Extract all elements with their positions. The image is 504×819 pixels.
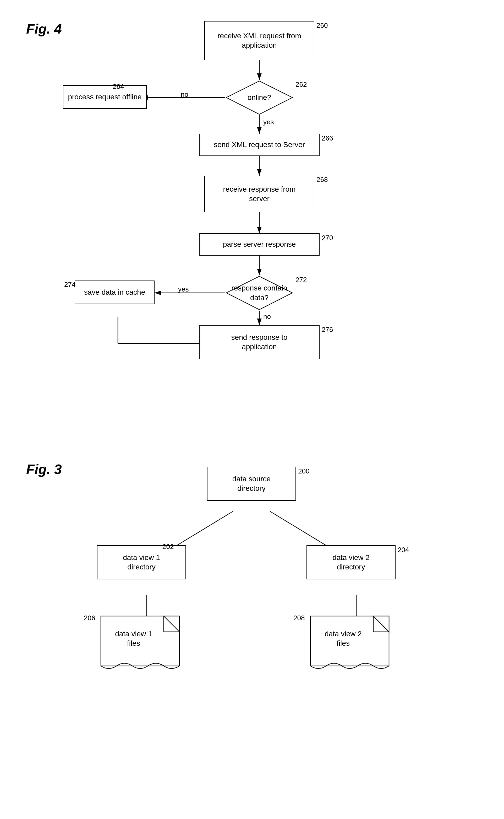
- ref-206: 206: [84, 614, 95, 622]
- no-label-1: no: [181, 90, 188, 98]
- data-view2-dir-box: data view 2 directory: [306, 545, 396, 579]
- ref-266: 266: [322, 134, 333, 142]
- fig4-label: Fig. 4: [26, 21, 62, 37]
- send-xml-box: send XML request to Server: [199, 134, 320, 156]
- data-view2-files-doc: data view 2 files: [305, 613, 399, 678]
- yes-label-2: yes: [178, 285, 189, 293]
- ref-200: 200: [298, 467, 309, 475]
- yes-label-1: yes: [263, 118, 274, 126]
- response-contain-diamond: response contain data?: [225, 275, 293, 311]
- ref-204: 204: [398, 546, 409, 554]
- data-source-dir-box: data source directory: [207, 467, 296, 501]
- ref-272: 272: [295, 276, 307, 284]
- figure-3: Fig. 3 data source directory 200 data: [16, 446, 487, 807]
- ref-262: 262: [295, 80, 307, 89]
- online-diamond: online?: [225, 80, 293, 115]
- ref-270: 270: [322, 234, 333, 242]
- process-offline-box: process request offline: [63, 85, 147, 109]
- receive-response-box: receive response from server: [204, 176, 314, 213]
- ref-268: 268: [316, 176, 328, 184]
- fig3-label: Fig. 3: [26, 461, 62, 477]
- ref-208: 208: [293, 614, 305, 622]
- ref-264: 264: [113, 83, 124, 91]
- parse-response-box: parse server response: [199, 233, 320, 256]
- receive-xml-box: receive XML request from application: [204, 21, 314, 60]
- figure-4: Fig. 4: [16, 5, 487, 425]
- ref-202: 202: [162, 543, 174, 551]
- page: Fig. 4: [0, 0, 504, 819]
- send-response-app-box: send response to application: [199, 325, 320, 359]
- ref-276: 276: [322, 326, 333, 334]
- ref-274: 274: [64, 281, 75, 289]
- no-label-2: no: [263, 313, 271, 321]
- data-view1-files-doc: data view 1 files: [96, 613, 190, 678]
- fig4-arrows: [16, 5, 487, 425]
- save-data-box: save data in cache: [75, 281, 155, 304]
- ref-260: 260: [316, 21, 328, 30]
